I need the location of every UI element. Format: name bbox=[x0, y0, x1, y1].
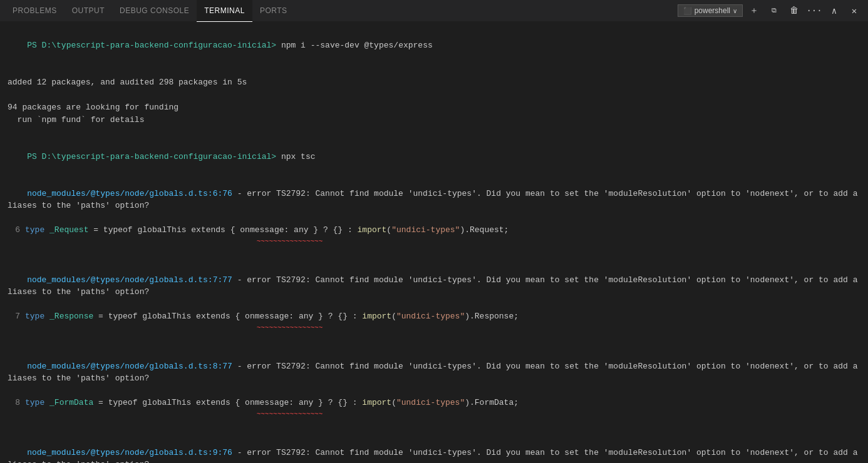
error-line-3: node_modules/@types/node/globals.d.ts:8:… bbox=[8, 348, 860, 397]
output-line-3: run `npm fund` for details bbox=[8, 114, 860, 126]
code-line-3: 8type _FormData = typeof globalThis exte… bbox=[8, 397, 860, 409]
err2-file: node_modules/@types/node/globals.d.ts:7:… bbox=[27, 275, 232, 285]
cmd-2-text: npx tsc bbox=[276, 152, 315, 161]
tab-problems[interactable]: PROBLEMS bbox=[5, 0, 65, 22]
tab-output[interactable]: OUTPUT bbox=[65, 0, 112, 22]
cmd-1-text: npm i --save-dev @types/express bbox=[276, 41, 433, 50]
empty-line bbox=[8, 335, 860, 348]
squiggle-2: ~~~~~~~~~~~~~~~~ bbox=[8, 323, 860, 335]
line-num-2: 7 bbox=[8, 310, 20, 323]
empty-line bbox=[8, 126, 860, 139]
error-line-4: node_modules/@types/node/globals.d.ts:9:… bbox=[8, 434, 860, 463]
output-line-2: 94 packages are looking for funding bbox=[8, 101, 860, 114]
code-line-2: 7type _Response = typeof globalThis exte… bbox=[8, 310, 860, 323]
code1-kw: type bbox=[25, 224, 44, 237]
maximize-button[interactable]: ∧ bbox=[825, 2, 843, 19]
output-line-1: added 12 packages, and audited 298 packa… bbox=[8, 76, 860, 89]
error-line-1: node_modules/@types/node/globals.d.ts:6:… bbox=[8, 175, 860, 224]
add-terminal-button[interactable]: ＋ bbox=[745, 2, 763, 19]
shell-label: powershell bbox=[695, 6, 730, 15]
tab-terminal[interactable]: TERMINAL bbox=[197, 0, 252, 22]
tab-debug-label: DEBUG CONSOLE bbox=[120, 6, 189, 15]
shell-selector[interactable]: ⬛ powershell ∨ bbox=[678, 4, 743, 17]
chevron-down-icon: ∨ bbox=[733, 8, 737, 14]
err4-file: node_modules/@types/node/globals.d.ts:9:… bbox=[27, 448, 232, 457]
squiggle-1: ~~~~~~~~~~~~~~~~ bbox=[8, 237, 860, 249]
err3-file: node_modules/@types/node/globals.d.ts:8:… bbox=[27, 362, 232, 371]
empty-line bbox=[8, 249, 860, 262]
tab-terminal-label: TERMINAL bbox=[204, 6, 245, 15]
empty-line bbox=[8, 64, 860, 76]
line-num-3: 8 bbox=[8, 397, 20, 409]
tab-output-label: OUTPUT bbox=[72, 6, 105, 15]
terminal-body[interactable]: PS D:\typescript-para-backend-configurac… bbox=[0, 22, 868, 463]
tab-ports-label: PORTS bbox=[260, 6, 287, 15]
split-terminal-button[interactable]: ⧉ bbox=[765, 2, 783, 19]
line-num-1: 6 bbox=[8, 224, 20, 237]
tab-bar: PROBLEMS OUTPUT DEBUG CONSOLE TERMINAL P… bbox=[0, 0, 868, 22]
prompt-2-text: PS D:\typescript-para-backend-configurac… bbox=[27, 152, 276, 161]
tab-problems-label: PROBLEMS bbox=[13, 6, 57, 15]
error-line-2: node_modules/@types/node/globals.d.ts:7:… bbox=[8, 262, 860, 310]
prompt-1-text: PS D:\typescript-para-backend-configurac… bbox=[27, 41, 276, 50]
tab-ports[interactable]: PORTS bbox=[252, 0, 295, 22]
empty-line bbox=[8, 422, 860, 434]
terminal-prompt-2: PS D:\typescript-para-backend-configurac… bbox=[8, 139, 860, 176]
code-line-1: 6type _Request = typeof globalThis exten… bbox=[8, 224, 860, 237]
squiggle-3: ~~~~~~~~~~~~~~~~ bbox=[8, 409, 860, 422]
more-button[interactable]: ··· bbox=[805, 2, 823, 19]
err1-file: node_modules/@types/node/globals.d.ts:6:… bbox=[27, 189, 232, 198]
close-panel-button[interactable]: ✕ bbox=[845, 2, 863, 19]
kill-terminal-button[interactable]: 🗑 bbox=[785, 2, 803, 19]
empty-line bbox=[8, 89, 860, 101]
terminal-prompt-1: PS D:\typescript-para-backend-configurac… bbox=[8, 27, 860, 64]
tab-debug-console[interactable]: DEBUG CONSOLE bbox=[112, 0, 197, 22]
tab-right-actions: ⬛ powershell ∨ ＋ ⧉ 🗑 ··· ∧ ✕ bbox=[678, 2, 863, 19]
